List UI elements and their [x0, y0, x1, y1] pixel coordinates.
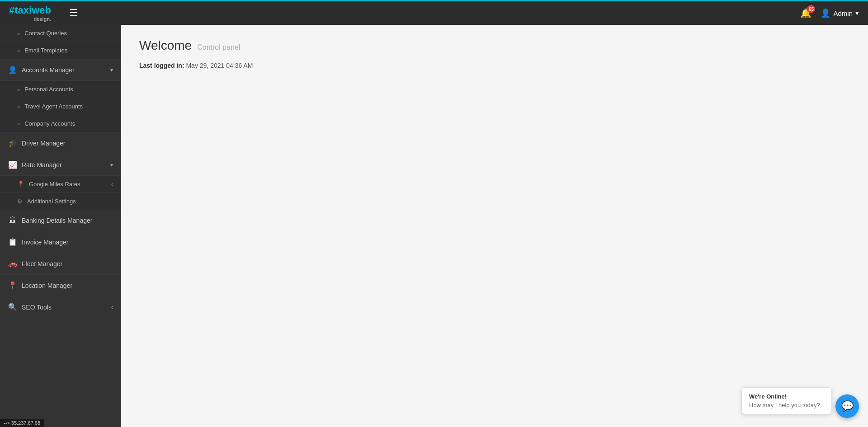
sidebar-item-label: Google Miles Rates	[29, 181, 80, 188]
chat-icon: 💬	[841, 400, 854, 412]
sidebar-item-google-miles-rates[interactable]: 📍 Google Miles Rates ‹	[0, 176, 121, 193]
chat-online-sub: How may I help you today?	[749, 402, 824, 408]
nav-item-left: 🎓 Driver Manager	[8, 139, 65, 147]
driver-icon: 🎓	[8, 139, 17, 147]
nav-item-left: 🔍 SEO Tools	[8, 303, 52, 311]
page-subtitle: Control panel	[197, 43, 240, 52]
chevron-down-icon: ▾	[110, 67, 113, 73]
main-content: Welcome Control panel Last logged in: Ma…	[121, 25, 868, 427]
google-miles-left: 📍 Google Miles Rates	[17, 181, 80, 188]
sidebar-item-seo-tools[interactable]: 🔍 SEO Tools ‹	[0, 296, 121, 318]
chat-button[interactable]: 💬	[835, 394, 859, 418]
user-icon: 👤	[821, 8, 830, 18]
sidebar-item-label: Company Accounts	[24, 120, 75, 127]
sidebar-item-label: Invoice Manager	[22, 239, 69, 246]
layout: » Contact Queries » Email Templates 👤 Ac…	[0, 25, 868, 427]
notification-badge: 65	[807, 5, 815, 13]
sidebar-item-travel-agent-accounts[interactable]: » Travel Agent Accounts	[0, 98, 121, 115]
page-title: Welcome	[139, 38, 192, 53]
rate-icon: 📈	[8, 160, 17, 169]
sidebar-item-contact-queries[interactable]: » Contact Queries	[0, 25, 121, 42]
sidebar-item-label: Rate Manager	[22, 161, 62, 169]
sidebar-item-email-templates[interactable]: » Email Templates	[0, 42, 121, 59]
nav-item-left: 📈 Rate Manager	[8, 160, 62, 169]
sidebar-item-location-manager[interactable]: 📍 Location Manager	[0, 275, 121, 296]
sidebar-item-label: Location Manager	[22, 282, 72, 289]
invoice-icon: 📋	[8, 238, 17, 246]
ip-footer: --> 35.237.67.68	[0, 419, 44, 427]
nav-item-left: 📍 Location Manager	[8, 281, 72, 290]
sidebar-item-label: SEO Tools	[22, 304, 52, 311]
sidebar-item-label: Contact Queries	[24, 30, 67, 37]
ip-address: 35.237.67.68	[11, 420, 40, 426]
location-icon: 📍	[17, 181, 24, 188]
sidebar-item-additional-settings[interactable]: ⚙ Additional Settings	[0, 193, 121, 210]
chat-container: We're Online! How may I help you today?	[741, 387, 832, 418]
hamburger-button[interactable]: ☰	[69, 7, 78, 19]
page-title-row: Welcome Control panel	[139, 38, 850, 53]
chat-bubble: We're Online! How may I help you today?	[741, 387, 832, 414]
nav-item-left: 📋 Invoice Manager	[8, 238, 69, 246]
logo-area: #taxiwebdesign.	[9, 5, 51, 22]
sidebar-item-invoice-manager[interactable]: 📋 Invoice Manager	[0, 231, 121, 253]
sidebar-item-label: Fleet Manager	[22, 260, 62, 267]
sidebar-item-personal-accounts[interactable]: » Personal Accounts	[0, 81, 121, 98]
chat-online-title: We're Online!	[749, 393, 824, 400]
sidebar-item-label: Accounts Manager	[22, 66, 75, 74]
user-menu[interactable]: 👤 Admin ▾	[821, 8, 859, 18]
sidebar-item-fleet-manager[interactable]: 🚗 Fleet Manager	[0, 253, 121, 275]
notification-bell[interactable]: 🔔 65	[800, 8, 811, 19]
sidebar-item-label: Personal Accounts	[24, 86, 73, 93]
topbar-left: #taxiwebdesign. ☰	[9, 5, 78, 22]
sidebar-item-label: Banking Details Manager	[22, 217, 92, 224]
sidebar-item-rate-manager[interactable]: 📈 Rate Manager ▾	[0, 154, 121, 176]
chevron-left-icon: ‹	[111, 304, 113, 310]
accounts-icon: 👤	[8, 66, 17, 74]
sidebar: » Contact Queries » Email Templates 👤 Ac…	[0, 25, 121, 427]
last-logged-label: Last logged in:	[139, 62, 184, 69]
chevron-icon: »	[17, 31, 20, 36]
last-logged-time: May 29, 2021 04:36 AM	[186, 62, 253, 69]
sidebar-item-label: Email Templates	[24, 47, 67, 54]
last-logged-line: Last logged in: May 29, 2021 04:36 AM	[139, 62, 850, 69]
chevron-left-icon: ‹	[111, 181, 113, 188]
bank-icon: 🏛	[8, 216, 17, 225]
sidebar-item-label: Travel Agent Accounts	[24, 103, 83, 110]
nav-item-left: 🏛 Banking Details Manager	[8, 216, 92, 225]
chevron-icon: »	[17, 48, 20, 53]
search-icon: 🔍	[8, 303, 17, 311]
sidebar-item-driver-manager[interactable]: 🎓 Driver Manager	[0, 132, 121, 154]
topbar: #taxiwebdesign. ☰ 🔔 65 👤 Admin ▾	[0, 0, 868, 25]
sidebar-item-company-accounts[interactable]: » Company Accounts	[0, 115, 121, 132]
logo-text: #taxiwebdesign.	[9, 5, 51, 22]
dropdown-arrow-icon: ▾	[855, 9, 859, 17]
topbar-right: 🔔 65 👤 Admin ▾	[800, 8, 859, 19]
sidebar-item-banking-details-manager[interactable]: 🏛 Banking Details Manager	[0, 210, 121, 231]
user-label: Admin	[833, 9, 853, 17]
sidebar-item-label: Additional Settings	[27, 198, 76, 205]
location-pin-icon: 📍	[8, 281, 17, 290]
sidebar-item-accounts-manager[interactable]: 👤 Accounts Manager ▾	[0, 59, 121, 81]
fleet-icon: 🚗	[8, 259, 17, 268]
nav-item-left: 🚗 Fleet Manager	[8, 259, 62, 268]
sidebar-item-label: Driver Manager	[22, 140, 65, 147]
gear-icon: ⚙	[17, 198, 23, 205]
chevron-icon: »	[17, 104, 20, 109]
chevron-icon: »	[17, 87, 20, 92]
chevron-icon: »	[17, 121, 20, 127]
nav-item-left: 👤 Accounts Manager	[8, 66, 75, 74]
chevron-down-icon: ▾	[110, 162, 113, 168]
